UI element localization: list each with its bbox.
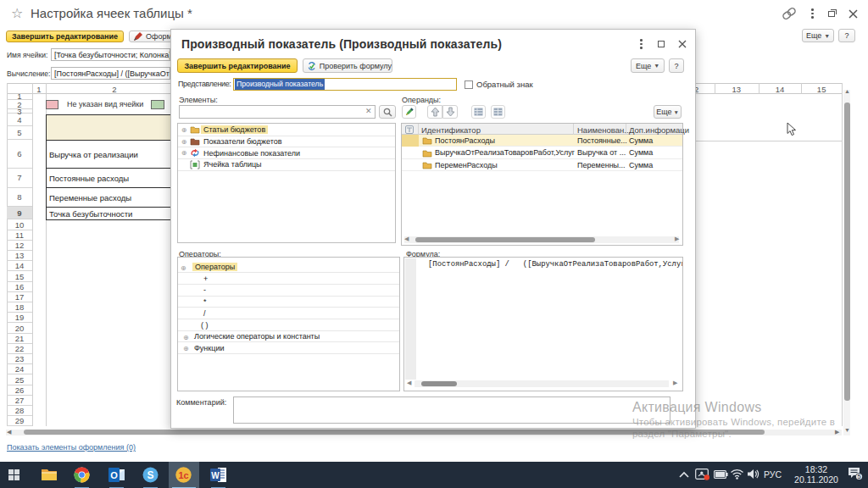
svg-text:5: 5 <box>857 473 860 480</box>
svg-text:S: S <box>147 469 153 481</box>
svg-text:W: W <box>211 471 220 480</box>
svg-text:O: O <box>110 470 118 480</box>
svg-text:1c: 1c <box>178 470 188 480</box>
